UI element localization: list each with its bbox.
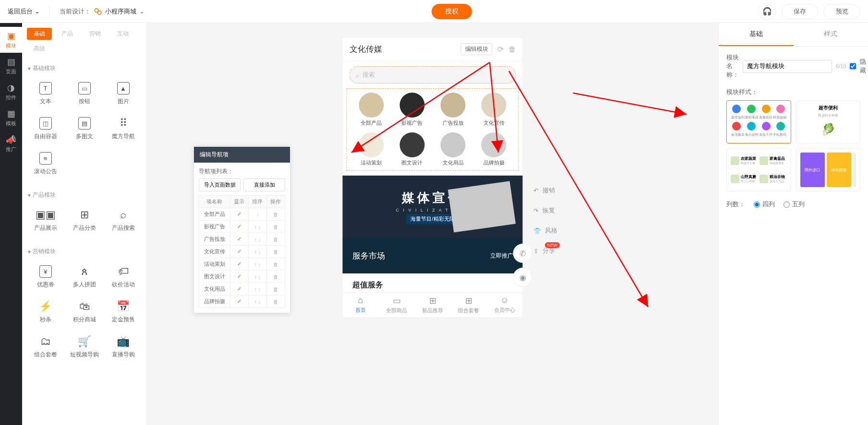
import-page-data-button[interactable]: 导入页面数据 (199, 178, 241, 191)
authorize-button[interactable]: 授权 (432, 4, 472, 19)
tab-combo[interactable]: ⊞组合套餐 (451, 293, 487, 317)
tab-home[interactable]: ⌂首页 (343, 293, 379, 317)
undo-icon: ↶ (533, 187, 539, 194)
style-option-icons[interactable]: 超市便利新鲜果蔬美食烘培鲜花植物 家清服装食品饮料美妆个护手机数码 (726, 100, 791, 143)
style-option-list[interactable]: 农家蔬菜精选污土菜家禽蛋品绿色健康食山野真蘑尽上山中鲜粮油谷物超高人气品 (726, 148, 791, 191)
edit-module-button[interactable]: 编辑模块 (461, 43, 493, 55)
design-name: 小程序商城 (105, 7, 136, 16)
add-direct-button[interactable]: 直接添加 (243, 178, 285, 191)
tab-new[interactable]: ⊞新品推荐 (415, 293, 451, 317)
cols4-radio[interactable]: 四列 (754, 200, 775, 209)
table-row: 图文设计✓↑ ↓🗑 (199, 271, 285, 283)
megaphone-icon: 📣 (6, 134, 16, 145)
banner-service[interactable]: 服务市场立即推广 (343, 238, 523, 273)
rp-tab-style[interactable]: 样式 (794, 23, 868, 46)
controls-icon: ◑ (7, 83, 15, 93)
save-button[interactable]: 保存 (782, 4, 818, 19)
mod-short-video[interactable]: 🛒短视频导购 (66, 331, 103, 364)
topbar: 返回后台 ⌄ 当前设计： 小程序商城 ⌄ 授权 🎧 保存 预览 (0, 0, 868, 23)
mtab-basic[interactable]: 基础 (27, 28, 52, 40)
nav-item[interactable]: 文化用品 (433, 132, 473, 166)
mod-product-display[interactable]: ▣▣产品展示 (27, 204, 64, 237)
wechat-float[interactable]: ◉ (513, 268, 532, 287)
redo-button[interactable]: ↷恢复 (533, 206, 557, 215)
tab-all[interactable]: ▭全部商品 (379, 293, 415, 317)
preview-search[interactable]: ⌕搜索 (350, 66, 516, 83)
section-product-title: ▾ 产品模块 (22, 186, 146, 202)
nav-item[interactable]: 图文设计 (392, 132, 433, 166)
module-style-label: 模块样式： (719, 86, 868, 100)
refresh-icon[interactable]: ⟳ (497, 45, 504, 54)
mod-scroll-notice[interactable]: ≡滚动公告 (27, 147, 64, 180)
tab-member[interactable]: ☺会员中心 (487, 293, 523, 317)
module-panel: 基础 产品 营销 互动 高级 ▾ 基础模块 T文本 ▭按钮 ▲图片 ◫自由容器 … (22, 23, 147, 425)
nav-editor-popup: 编辑导航项 导航项列表： 导入页面数据 直接添加 项名称 显示 排序 操作 全部… (194, 147, 290, 313)
mod-product-search[interactable]: ⌕产品搜索 (105, 204, 142, 237)
mtab-interact[interactable]: 互动 (110, 28, 135, 40)
mtab-advanced[interactable]: 高级 (27, 43, 52, 55)
rail-pages[interactable]: ▤页面 (0, 53, 22, 79)
banner-value: 超值服务 (343, 273, 523, 292)
new-badge: NEW (545, 242, 560, 248)
style-option-tiles[interactable]: 国外进口 绿色蔬菜 (796, 148, 861, 191)
mod-multi-image[interactable]: ▤多图文 (66, 112, 103, 145)
right-panel: 基础 样式 模块名称： 6/10 隐藏 模块样式： 超市便利新鲜果蔬美食烘培鲜花… (718, 23, 868, 425)
nav-item[interactable]: 全部产品 (351, 93, 392, 127)
wallet-icon: ▭ (393, 295, 401, 306)
nav-editor-table: 项名称 显示 排序 操作 全部产品✓ ↓🗑影视广告✓↑ ↓🗑广告投放✓↑ ↓🗑文… (199, 195, 285, 308)
preview-button[interactable]: 预览 (824, 4, 860, 19)
th-ops: 操作 (266, 196, 285, 208)
promote-link[interactable]: 立即推广 (490, 252, 513, 260)
table-row: 影视广告✓↑ ↓🗑 (199, 221, 285, 233)
grid-icon: ⊞ (429, 295, 436, 306)
mod-product-category[interactable]: ⊞产品分类 (66, 204, 103, 237)
search-icon: ⌕ (356, 71, 360, 79)
mod-button[interactable]: ▭按钮 (66, 77, 103, 110)
mod-flash-sale[interactable]: ⚡秒杀 (27, 295, 64, 329)
hide-checkbox[interactable] (850, 63, 856, 70)
mod-text[interactable]: T文本 (27, 77, 64, 110)
mod-free-container[interactable]: ◫自由容器 (27, 112, 64, 145)
style-button[interactable]: 👕风格 (533, 226, 557, 235)
phone-preview: 文化传媒 编辑模块 ⟳ 🗑 ⌕搜索 全部产品 影视广告 广告投放 文化宣传 活动… (343, 37, 523, 317)
delete-icon[interactable]: 🗑 (508, 45, 516, 54)
mod-combo[interactable]: 🗂组合套餐 (27, 331, 64, 364)
mod-live-shopping[interactable]: 📺直播导购 (105, 331, 142, 364)
mtab-product[interactable]: 产品 (55, 28, 80, 40)
share-button[interactable]: ⇪分享NEW (533, 247, 557, 255)
current-design[interactable]: 当前设计： 小程序商城 ⌄ (60, 7, 145, 16)
back-link[interactable]: 返回后台 ⌄ (8, 7, 40, 16)
nav-item[interactable]: 广告投放 (433, 93, 473, 127)
nav-grid[interactable]: 全部产品 影视广告 广告投放 文化宣传 活动策划 图文设计 文化用品 品牌拍摄 (347, 88, 519, 171)
share-icon: ⇪ (533, 248, 539, 255)
user-icon: ☺ (500, 295, 509, 306)
style-option-card[interactable]: 超市便利 甄选时令鲜果 🥬 (796, 100, 861, 143)
phone-float[interactable]: ✆ (513, 244, 532, 263)
cols5-radio[interactable]: 五列 (784, 200, 805, 209)
mod-coupon[interactable]: ¥优惠券 (27, 260, 64, 294)
rail-modules[interactable]: ▣模块 (0, 27, 22, 53)
nav-item[interactable]: 文化宣传 (473, 93, 514, 127)
hide-label: 隐藏 (860, 58, 866, 75)
mod-magic-nav[interactable]: ⠿魔方导航 (105, 112, 142, 145)
mod-image[interactable]: ▲图片 (105, 77, 142, 110)
mod-group-buy[interactable]: ጰ多人拼团 (66, 260, 103, 294)
mod-deposit-presale[interactable]: 📅定金预售 (105, 295, 142, 329)
mtab-marketing[interactable]: 营销 (83, 28, 108, 40)
shirt-icon: 👕 (533, 227, 541, 235)
mod-bargain[interactable]: 🏷砍价活动 (105, 260, 142, 294)
module-name-input[interactable] (743, 60, 832, 73)
rail-templates[interactable]: ▦模板 (0, 105, 22, 130)
nav-item[interactable]: 活动策划 (351, 132, 392, 166)
support-button[interactable]: 🎧 (759, 3, 776, 20)
rail-promote[interactable]: 📣推广 (0, 130, 22, 156)
rail-controls[interactable]: ◑控件 (0, 79, 22, 105)
undo-button[interactable]: ↶撤销 (533, 186, 557, 195)
nav-item[interactable]: 影视广告 (392, 93, 433, 127)
module-tabs: 基础 产品 营销 互动 高级 (22, 23, 146, 59)
banner-media[interactable]: 媒体宣传 C I V I L I Z A T I O N 海量节目/精彩无限 (343, 176, 523, 238)
nav-item[interactable]: 品牌拍摄 (473, 132, 514, 166)
rp-tab-basic[interactable]: 基础 (719, 23, 794, 46)
section-basic-title: ▾ 基础模块 (22, 59, 146, 75)
mod-points-mall[interactable]: 🛍积分商城 (66, 295, 103, 329)
